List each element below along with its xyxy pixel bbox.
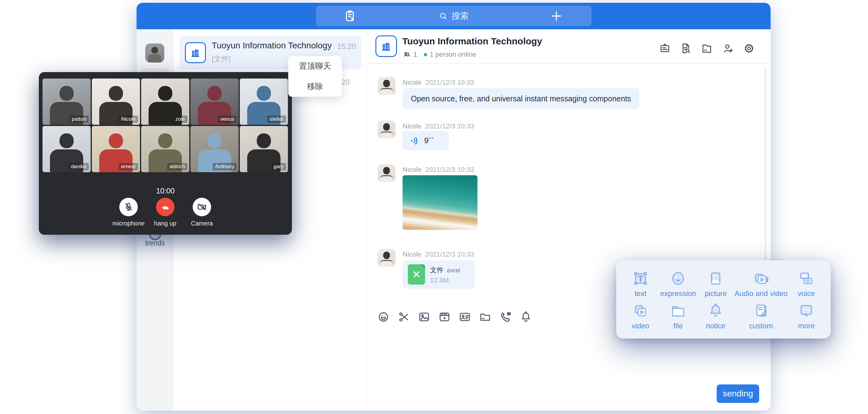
popup-item-text[interactable]: text <box>622 268 659 300</box>
participant-name: aldrich <box>167 163 187 170</box>
online-status: 1 person online <box>430 51 476 59</box>
folder-icon[interactable] <box>479 311 491 323</box>
search-bar[interactable]: 搜索 <box>316 6 591 26</box>
hang-up-button[interactable] <box>156 198 175 216</box>
participant-grid: patton Nicole zoie venus stellar danika … <box>42 78 288 172</box>
audio-video-icon <box>753 270 769 287</box>
popup-item-voice[interactable]: voice <box>787 268 825 300</box>
picture-icon[interactable] <box>418 311 430 323</box>
chat-record-search-icon[interactable] <box>680 42 692 55</box>
header-divider <box>367 63 771 64</box>
avatar[interactable] <box>378 121 396 138</box>
video-tile: zoie <box>141 78 189 125</box>
avatar[interactable] <box>378 249 396 267</box>
group-avatar-icon <box>185 42 206 63</box>
participant-name: gary <box>271 163 286 170</box>
popup-item-picture[interactable]: picture <box>697 268 735 300</box>
voice-duration: 9`` <box>424 136 434 146</box>
conversation-time: 15:20 <box>337 42 356 51</box>
screenshot-scissors-icon[interactable] <box>398 311 410 323</box>
trends-label[interactable]: trends <box>136 239 174 247</box>
participant-name: venus <box>218 116 237 123</box>
voice-message-bubble[interactable]: 9`` <box>403 131 449 150</box>
video-clip-icon[interactable] <box>438 311 451 323</box>
participant-name: stellar <box>267 116 286 123</box>
message-timestamp: 2021/12/3 10:33 <box>425 166 474 173</box>
popup-item-file[interactable]: file <box>659 300 697 332</box>
add-member-icon[interactable] <box>722 42 734 55</box>
message-meta: Nicole2021/12/3 10:33 <box>403 122 474 130</box>
building-icon <box>189 46 202 59</box>
video-call-window: patton Nicole zoie venus stellar danika … <box>39 72 292 235</box>
video-tile: stellar <box>240 78 288 125</box>
popup-item-audio-video[interactable]: Audio and video <box>735 268 787 300</box>
popup-item-custom[interactable]: custom <box>735 300 787 332</box>
popup-item-video[interactable]: video <box>622 300 659 332</box>
menu-item-remove[interactable]: 移除 <box>288 76 342 96</box>
settings-icon[interactable] <box>743 42 755 55</box>
image-message-beach-photo[interactable] <box>403 175 477 230</box>
expression-icon <box>670 270 686 287</box>
video-icon <box>632 302 649 319</box>
popup-item-notice[interactable]: notice <box>697 300 735 332</box>
building-icon <box>379 39 393 53</box>
sender-name: Nicole <box>403 166 421 173</box>
video-tile: ernest <box>92 126 140 172</box>
search-placeholder[interactable]: 搜索 <box>452 10 469 22</box>
microphone-mute-button[interactable] <box>119 198 138 216</box>
message-meta: Nicole2021/12/3 10:33 <box>403 250 474 258</box>
conversation-last-message: [文件] <box>212 54 230 64</box>
online-dot <box>424 53 427 56</box>
call-timer: 10:00 <box>39 187 292 195</box>
conversation-title: Tuoyun Information Technology <box>212 41 332 51</box>
video-call-icon[interactable] <box>499 311 512 323</box>
user-avatar[interactable] <box>145 43 164 63</box>
message-meta: Nicole2021/12/3 10:33 <box>403 78 474 87</box>
video-tile: Anthony <box>190 126 239 172</box>
chat-subheader: 1 1 person online <box>403 51 476 59</box>
message-timestamp: 2021/12/3 10:33 <box>425 122 474 130</box>
participant-name: danika <box>68 163 89 170</box>
voice-wave-icon <box>410 136 420 146</box>
avatar[interactable] <box>378 77 396 95</box>
contact-card-icon[interactable] <box>459 311 471 323</box>
file-icon <box>670 302 686 319</box>
popup-item-expression[interactable]: expression <box>659 268 697 300</box>
video-tile: venus <box>190 78 239 125</box>
emoji-icon[interactable] <box>377 311 390 323</box>
video-tile: aldrich <box>141 126 189 172</box>
search-icon <box>439 11 448 21</box>
group-notice-icon[interactable] <box>659 42 671 55</box>
text-message-bubble[interactable]: Open source, free, and universal instant… <box>403 88 639 109</box>
avatar[interactable] <box>378 164 396 182</box>
menu-item-pin-chat[interactable]: 置顶聊天 <box>288 56 342 76</box>
sender-name: Nicole <box>403 78 421 86</box>
participant-name: ernest <box>119 163 138 170</box>
camera-mute-button[interactable] <box>193 198 211 216</box>
popup-item-more[interactable]: more <box>787 300 825 332</box>
send-button[interactable]: sending <box>717 384 759 403</box>
picture-blue-icon <box>707 270 724 287</box>
notification-bell-icon[interactable] <box>520 311 532 323</box>
file-size: 12.8M <box>430 276 449 284</box>
group-avatar-icon <box>375 35 397 57</box>
group-file-icon[interactable] <box>701 42 713 55</box>
member-count: 1 <box>413 51 417 59</box>
sender-name: Nicole <box>403 250 421 258</box>
file-message-bubble[interactable]: ✕ 文件 .excel 12.8M <box>403 260 475 289</box>
notice-bell-icon <box>707 302 724 319</box>
participant-name: zoie <box>173 116 187 123</box>
video-tile: Nicole <box>92 78 140 125</box>
conversation-context-menu: 置顶聊天 移除 <box>288 56 342 97</box>
video-tile: danika <box>42 126 91 172</box>
sender-name: Nicole <box>403 122 421 130</box>
video-tile: gary <box>240 126 288 172</box>
plus-icon[interactable] <box>550 9 563 23</box>
camera-muted-icon <box>197 202 207 212</box>
voice-icon <box>798 270 815 287</box>
chat-title: Tuoyun Information Technology <box>402 36 542 46</box>
top-bar: 搜索 <box>136 3 771 29</box>
camera-label: Camera <box>177 220 226 227</box>
message-meta: Nicole2021/12/3 10:33 <box>403 166 474 174</box>
more-icon <box>798 302 815 319</box>
